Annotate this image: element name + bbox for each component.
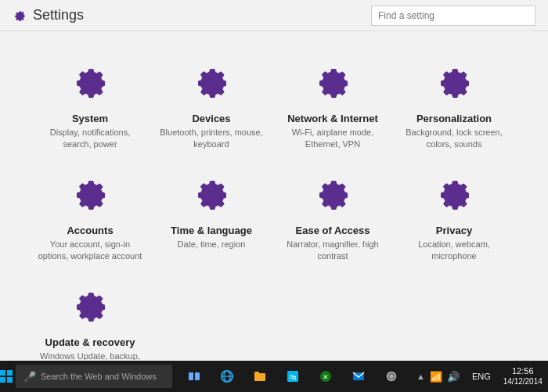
settings-item-desc: Location, webcam, microphone xyxy=(402,239,507,263)
settings-item-title: Update & recovery xyxy=(45,336,135,348)
svg-rect-4 xyxy=(189,372,193,380)
svg-text:🛍: 🛍 xyxy=(290,373,297,381)
settings-item-title: Time & language xyxy=(171,225,252,236)
taskbar-search[interactable]: 🎤 Search the Web and Windows xyxy=(16,365,172,388)
settings-item-ease[interactable]: Ease of Access Narrator, magnifier, high… xyxy=(274,167,391,271)
gear-svg-icon xyxy=(68,174,112,218)
settings-item-desc: Your account, sign-in options, workplace… xyxy=(38,239,142,263)
taskbar-right: ▲ 📶 🔊 ENG 12:56 14/12/2014 xyxy=(410,366,548,386)
settings-button[interactable] xyxy=(376,361,407,392)
svg-rect-1 xyxy=(7,370,13,376)
settings-item-title: Network & Internet xyxy=(287,113,378,124)
task-view-button[interactable] xyxy=(178,361,210,392)
settings-item-privacy[interactable]: Privacy Location, webcam, microphone xyxy=(395,167,513,271)
svg-rect-5 xyxy=(195,372,200,380)
taskbar-clock[interactable]: 12:56 14/12/2014 xyxy=(497,366,548,386)
ie-icon xyxy=(220,369,234,383)
settings-item-update[interactable]: Update & recovery Windows Update, backup… xyxy=(31,279,149,360)
settings-item-desc: Background, lock screen, colors, sounds xyxy=(402,127,507,151)
gear-svg-icon xyxy=(311,174,355,218)
svg-text:✕: ✕ xyxy=(323,373,329,381)
gear-svg-icon xyxy=(68,63,112,106)
page-title: Settings xyxy=(33,7,84,23)
volume-icon: 🔊 xyxy=(447,371,460,383)
settings-item-time[interactable]: Time & language Date, time, region xyxy=(153,167,270,271)
title-bar: Settings xyxy=(0,0,548,31)
settings-item-desc: Wi-Fi, airplane mode, Ethernet, VPN xyxy=(280,127,385,151)
title-left: Settings xyxy=(13,7,84,23)
network-icon: 📶 xyxy=(430,371,442,383)
system-tray-icons: ▲ 📶 🔊 xyxy=(410,371,466,383)
settings-item-title: Accounts xyxy=(67,225,113,236)
settings-taskbar-icon xyxy=(384,369,398,383)
svg-rect-3 xyxy=(7,377,13,383)
settings-item-title: Personalization xyxy=(416,113,492,124)
xbox-icon: ✕ xyxy=(319,369,333,383)
settings-item-desc: Windows Update, backup, recovery xyxy=(38,351,142,360)
windows-logo-icon xyxy=(0,370,13,383)
start-button[interactable] xyxy=(0,361,13,392)
ie-button[interactable] xyxy=(211,361,243,392)
taskbar-app-icons: 🛍 ✕ xyxy=(178,361,407,392)
gear-svg-icon xyxy=(311,63,355,106)
settings-item-title: System xyxy=(72,113,108,124)
settings-item-desc: Narrator, magnifier, high contrast xyxy=(280,239,385,263)
gear-svg-icon xyxy=(68,286,112,330)
settings-item-network[interactable]: Network & Internet Wi-Fi, airplane mode,… xyxy=(274,55,391,159)
taskbar: 🎤 Search the Web and Windows xyxy=(0,361,548,392)
gear-svg-icon xyxy=(432,174,476,218)
settings-item-accounts[interactable]: Accounts Your account, sign-in options, … xyxy=(31,167,149,271)
store-icon: 🛍 xyxy=(286,369,300,383)
settings-item-system[interactable]: System Display, notifications, search, p… xyxy=(31,55,149,159)
file-explorer-button[interactable] xyxy=(244,361,276,392)
clock-time: 12:56 xyxy=(512,366,534,376)
mail-icon xyxy=(352,369,366,383)
mail-button[interactable] xyxy=(343,361,374,392)
svg-rect-10 xyxy=(254,372,259,375)
settings-item-desc: Display, notifications, search, power xyxy=(38,127,142,151)
language-indicator: ENG xyxy=(469,372,494,381)
svg-point-16 xyxy=(389,374,394,379)
settings-item-personalization[interactable]: Personalization Background, lock screen,… xyxy=(395,55,513,159)
clock-date: 14/12/2014 xyxy=(503,377,543,387)
settings-item-title: Privacy xyxy=(436,225,472,236)
settings-item-devices[interactable]: Devices Bluetooth, printers, mouse, keyb… xyxy=(153,55,270,159)
settings-item-desc: Bluetooth, printers, mouse, keyboard xyxy=(159,127,264,151)
gear-svg-icon xyxy=(189,174,233,218)
svg-rect-0 xyxy=(0,370,5,376)
settings-item-desc: Date, time, region xyxy=(178,239,246,250)
chevron-up-icon[interactable]: ▲ xyxy=(416,372,425,381)
settings-item-title: Devices xyxy=(192,113,230,124)
svg-rect-2 xyxy=(0,377,5,383)
file-explorer-icon xyxy=(253,369,267,383)
main-content: System Display, notifications, search, p… xyxy=(0,31,548,360)
task-view-icon xyxy=(188,370,200,383)
settings-gear-icon xyxy=(13,9,27,23)
settings-item-title: Ease of Access xyxy=(296,225,370,236)
taskbar-search-text: Search the Web and Windows xyxy=(41,372,157,381)
store-button[interactable]: 🛍 xyxy=(277,361,308,392)
gear-svg-icon xyxy=(432,63,476,106)
microphone-icon: 🎤 xyxy=(23,371,36,383)
settings-grid: System Display, notifications, search, p… xyxy=(31,55,517,360)
find-setting-input[interactable] xyxy=(371,5,535,26)
gear-svg-icon xyxy=(189,63,233,106)
xbox-button[interactable]: ✕ xyxy=(310,361,341,392)
